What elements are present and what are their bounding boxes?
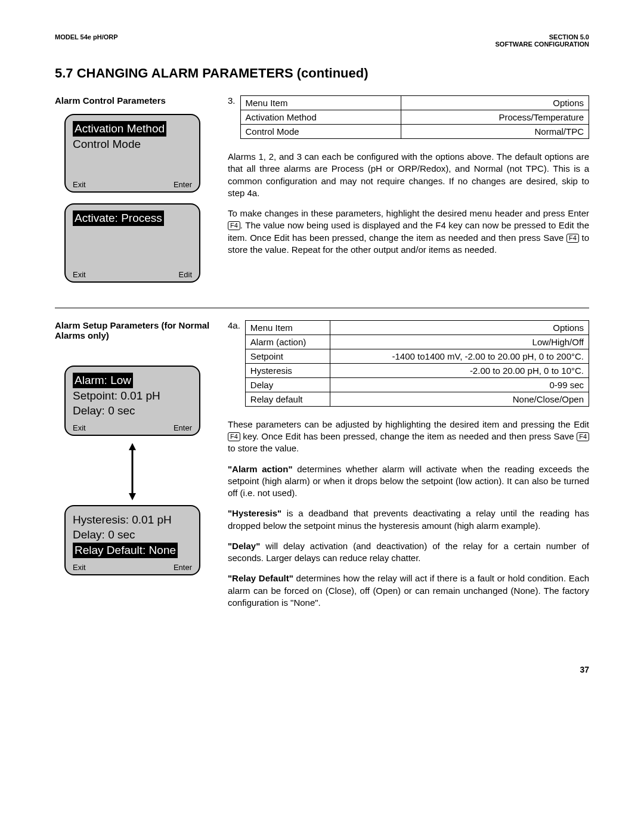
page-header: MODEL 54e pH/ORP SECTION 5.0 SOFTWARE CO…: [55, 33, 589, 48]
svg-marker-2: [129, 493, 136, 500]
table-row: Control Mode Normal/TPC: [240, 125, 589, 139]
table-row: Hysteresis-2.00 to 20.00 pH, 0 to 10°C.: [245, 363, 589, 377]
lcd-line-highlighted: Activate: Process: [73, 210, 164, 226]
paragraph: "Relay Default" determines how the relay…: [228, 572, 589, 609]
lcd-exit-button[interactable]: Exit: [73, 423, 86, 432]
header-left: MODEL 54e pH/ORP: [55, 33, 118, 48]
body-text-block: Alarms 1, 2, and 3 can each be configure…: [228, 151, 589, 256]
table-row: Alarm (action)Low/High/Off: [245, 335, 589, 349]
header-right: SECTION 5.0 SOFTWARE CONFIGURATION: [496, 33, 589, 48]
lcd-enter-button[interactable]: Enter: [174, 180, 192, 189]
lcd-activation-method: Activation Method Control Mode Exit Ente…: [64, 114, 200, 193]
options-table-2: Menu Item Options Alarm (action)Low/High…: [245, 320, 589, 407]
subhead-alarm-control: Alarm Control Parameters: [55, 95, 210, 106]
table-header: Menu Item: [245, 320, 330, 335]
section-title: 5.7 CHANGING ALARM PARAMETERS (continued…: [55, 66, 589, 81]
options-table-1: Menu Item Options Activation Method Proc…: [240, 95, 589, 139]
paragraph: "Hysteresis" is a deadband that prevents…: [228, 507, 589, 532]
lcd-line: Delay: 0 sec: [73, 403, 192, 419]
lcd-line: Hysteresis: 0.01 pH: [73, 512, 192, 528]
lcd-hysteresis: Hysteresis: 0.01 pH Delay: 0 sec Relay D…: [64, 505, 200, 575]
lcd-line-highlighted: Relay Default: None: [73, 543, 178, 558]
lcd-line-highlighted: Activation Method: [73, 121, 166, 137]
table-row: Activation Method Process/Temperature: [240, 110, 589, 125]
table-header: Menu Item: [240, 96, 401, 110]
table-row: Setpoint-1400 to1400 mV, -2.00 to 20.00 …: [245, 349, 589, 363]
lcd-edit-button[interactable]: Edit: [179, 270, 192, 279]
step-number: 4a.: [228, 320, 240, 330]
page-number: 37: [55, 665, 589, 674]
lcd-line: Setpoint: 0.01 pH: [73, 388, 192, 404]
lcd-exit-button[interactable]: Exit: [73, 180, 86, 189]
table-row: Delay0-99 sec: [245, 377, 589, 392]
lcd-enter-button[interactable]: Enter: [174, 563, 192, 572]
subhead-alarm-setup: Alarm Setup Parameters (for Normal Alarm…: [55, 320, 210, 340]
f4-keycap-icon: F4: [228, 221, 240, 230]
lcd-exit-button[interactable]: Exit: [73, 563, 86, 572]
f4-keycap-icon: F4: [566, 234, 579, 243]
lcd-activate-process: Activate: Process Exit Edit: [64, 203, 200, 283]
table-header: Options: [401, 96, 589, 110]
divider: [55, 308, 589, 308]
table-row: Relay defaultNone/Close/Open: [245, 392, 589, 406]
lcd-line-highlighted: Alarm: Low: [73, 373, 133, 388]
lcd-exit-button[interactable]: Exit: [73, 270, 86, 279]
f4-keycap-icon: F4: [228, 432, 240, 441]
f4-keycap-icon: F4: [577, 432, 589, 441]
lcd-enter-button[interactable]: Enter: [174, 423, 192, 432]
svg-marker-1: [129, 443, 136, 450]
paragraph: "Delay" will delay activation (and deact…: [228, 540, 589, 565]
paragraph: To make changes in these parameters, hig…: [228, 208, 589, 256]
paragraph: Alarms 1, 2, and 3 can each be configure…: [228, 151, 589, 199]
lcd-line: Control Mode: [73, 137, 192, 152]
body-text-block: These parameters can be adjusted by high…: [228, 419, 589, 609]
table-header: Options: [330, 320, 589, 335]
step-number: 3.: [228, 95, 236, 106]
lcd-alarm-low: Alarm: Low Setpoint: 0.01 pH Delay: 0 se…: [64, 366, 200, 436]
lcd-line: Delay: 0 sec: [73, 527, 192, 543]
double-arrow-icon: [55, 443, 210, 500]
paragraph: These parameters can be adjusted by high…: [228, 419, 589, 455]
paragraph: "Alarm action" determines whether alarm …: [228, 463, 589, 500]
